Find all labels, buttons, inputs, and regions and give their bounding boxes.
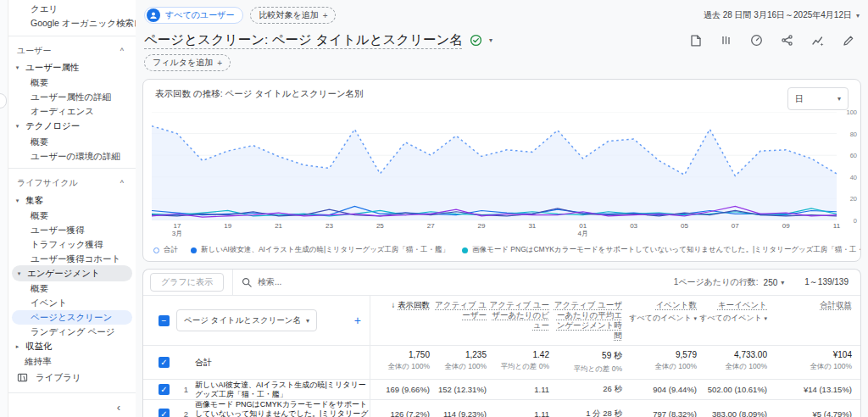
edit-icon[interactable] [842,34,854,47]
share-icon[interactable] [781,34,793,47]
chevron-down-icon: ▾ [306,317,309,325]
sidebar-section-label: ユーザー [17,45,51,57]
sidebar-item[interactable]: 概要 [8,208,136,223]
x-tick-label: 11 [833,222,840,230]
plot-rows-button[interactable]: グラフに表示 [150,273,224,292]
sidebar-item[interactable]: 概要 [8,75,136,90]
sidebar-item-active[interactable]: ページとスクリーン [12,310,132,325]
tick-day: 25 [376,222,384,230]
collapse-sidebar-button[interactable]: ‹ [8,398,136,417]
totals-subvalue: 全体の 100% [430,362,487,372]
totals-cell: 1,750全体の 100% [370,346,430,379]
title-chevron-down-icon[interactable]: ▾ [489,36,492,44]
sidebar-group[interactable]: ▾テクノロジー [8,119,136,135]
comparison-icon[interactable] [720,34,732,47]
table-search-input[interactable]: 検索... [242,276,281,288]
sidebar-group[interactable]: ▾集客 [8,192,136,208]
sidebar-group[interactable]: ▾エンゲージメント [12,265,132,281]
sidebar-section-header[interactable]: ライフサイクル^ [8,174,136,192]
y-tick-label: 100 [846,108,857,116]
sidebar-item[interactable]: 維持率 [8,354,136,369]
column-header[interactable]: アクティブ ユーザーあたりの平均エンゲージメント時間 [549,296,622,345]
column-subfilter[interactable]: すべてのイベント ▾ [622,313,697,324]
totals-dimension: ✓合計 [143,346,370,379]
totals-subvalue: 全体の 100% [622,362,697,372]
sidebar-item[interactable]: ユーザー獲得コホート [8,252,136,266]
column-subfilter[interactable]: すべてのイベント ▾ [697,313,767,324]
row-dimension: ✓1新しいAI彼女達、AIイラスト生成の暁|ミリタリーグッズ工房「猫・工・艦」 [143,380,370,399]
sidebar-item[interactable]: ユーザー獲得 [8,223,136,237]
date-range-selector[interactable]: 過去 28 日間 3月16日～2025年4月12日 ▾ [704,9,860,21]
plus-icon: + [323,11,328,20]
totals-cell: ¥104全体の 100% [767,346,852,379]
report-nav-sidebar: クエリGoogle オーガニック検索レ...ユーザー^▾ユーザー属性概要ユーザー… [8,0,136,417]
metric-cell: 169 (9.66%) [370,380,430,399]
segment-label: すべてのユーザー [165,9,234,21]
sidebar-item[interactable]: ユーザー属性の詳細 [8,90,136,104]
column-header[interactable]: アクティブ ユーザーあたりのビュー [487,296,549,345]
column-header[interactable]: キーイベントすべてのイベント ▾ [697,296,767,345]
pagination-controls: 1ページあたりの行数: 250 ▾ 1～139/139 [674,276,849,288]
sidebar-item[interactable]: 概要 [8,135,136,149]
gauge-icon[interactable] [750,34,763,47]
sidebar-item[interactable]: トラフィック獲得 [8,237,136,252]
tick-day: 19 [224,222,231,230]
sidebar-item[interactable]: 概要 [8,281,136,296]
x-tick-label: 03 [630,222,637,230]
column-header[interactable]: 合計収益 [767,296,852,345]
dimension-select[interactable]: ページ タイトルとスクリーン名▾ [176,309,317,331]
column-header[interactable]: ↓ 表示回数 [370,296,430,345]
sidebar-item[interactable]: イベント [8,296,136,310]
add-column-button[interactable]: + [354,314,361,327]
row-checkbox[interactable]: ✓ [159,409,170,417]
panel-handle [0,93,7,108]
column-header[interactable]: アクティブ ユーザー [430,296,487,345]
page-title-cell: 画像モード PNGはCMYKカラーモードをサポートしていないって知りませんでした… [195,400,370,417]
x-tick-label: 23 [326,222,333,230]
person-icon [147,8,160,22]
x-tick-label: 09 [782,222,790,230]
add-filter-button[interactable]: フィルタを追加 + [144,54,231,71]
data-quality-badge[interactable] [470,34,482,47]
row-checkbox[interactable]: ✓ [159,357,170,368]
sidebar-item[interactable]: ランディング ページ [8,325,136,339]
sidebar-group[interactable]: ▾ユーザー属性 [8,60,136,76]
note-icon[interactable] [689,34,702,47]
column-header[interactable]: イベント数すべてのイベント ▾ [622,296,697,345]
granularity-select[interactable]: 日 ▾ [787,87,849,110]
arrow-right-icon: ▸ [14,343,21,350]
arrow-down-icon: ▾ [14,64,21,71]
insights-icon[interactable] [811,34,824,47]
metric-cell: 904 (9.44%) [622,380,697,399]
tick-month: 4月 [578,230,588,237]
legend-item: 画像モード PNGはCMYKカラーモードをサポートしていないって知りませんでした… [462,245,860,255]
add-comparison-button[interactable]: 比較対象を追加 + [250,7,336,24]
row-checkbox[interactable]: ✓ [159,384,170,395]
sidebar-item[interactable]: ユーザーの環境の詳細 [8,149,136,164]
search-icon [242,277,252,287]
select-all-checkbox[interactable]: − [159,315,170,326]
column-header-text: アクティブ ユーザーあたりの平均エンゲージメント時間 [554,300,622,340]
x-tick-label: 27 [427,222,435,230]
totals-value: 1.42 [487,350,549,359]
sidebar-item-library[interactable]: ライブラリ [8,369,136,387]
row-dimension: ✓2画像モード PNGはCMYKカラーモードをサポートしていないって知りませんで… [143,400,370,417]
sidebar-group-label: テクノロジー [25,120,80,132]
rows-per-page-select[interactable]: 250 ▾ [764,278,785,287]
chart-canvas [152,112,837,220]
x-tick-label: 07 [732,222,739,230]
chevron-up-icon: ^ [120,179,124,187]
sidebar-item[interactable]: オーディエンス [8,104,136,119]
sidebar-item[interactable]: クエリ [8,2,136,16]
metric-cell: 383.00 (8.09%) [697,400,767,417]
x-axis-ticks: 173月19212325272931014月0305070911 [152,222,837,241]
x-tick-label: 25 [376,222,384,230]
sidebar-divider [8,392,136,393]
tick-day: 01 [578,222,588,230]
sidebar-item[interactable]: Google オーガニック検索レ... [8,16,136,31]
sidebar-group[interactable]: ▸収益化 [8,339,136,355]
sidebar-section-header[interactable]: ユーザー^ [8,42,136,60]
column-subfilter-label: すべてのイベント [629,314,693,322]
all-users-segment-pill[interactable]: すべてのユーザー [144,7,243,24]
metric-cell: ¥14 (13.15%) [767,380,852,399]
